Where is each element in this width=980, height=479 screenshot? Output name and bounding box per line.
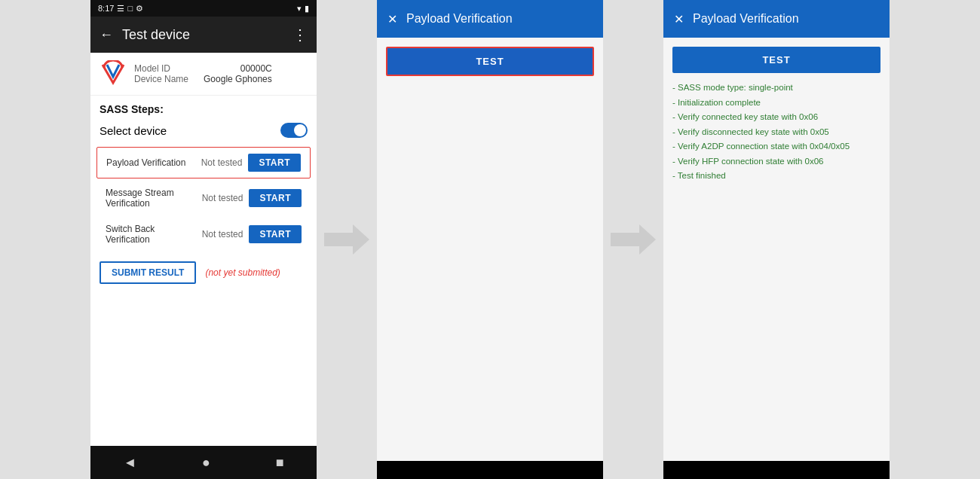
back-icon[interactable]: ← xyxy=(100,27,113,43)
dialog-body-1: TEST xyxy=(377,38,603,461)
battery-icon: ▮ xyxy=(305,4,309,14)
result-line-2: - Initialization complete xyxy=(672,96,880,111)
test-button-plain-2[interactable]: TEST xyxy=(672,47,880,73)
arrow-1 xyxy=(317,0,377,479)
model-id-value: 00000C xyxy=(240,63,272,74)
test-status-message: Not tested xyxy=(202,193,243,203)
arrow-2 xyxy=(603,0,663,479)
test-name-message: Message Stream Verification xyxy=(106,188,196,209)
start-button-switch[interactable]: START xyxy=(249,225,302,243)
dialog-screen-2: ✕ Payload Verification TEST - SASS mode … xyxy=(663,0,890,479)
sim-icon: ☰ xyxy=(117,4,124,14)
test-name-switch: Switch Back Verification xyxy=(106,224,196,245)
device-name-value: Google Gphones xyxy=(204,74,272,84)
model-id-row: Model ID 00000C xyxy=(134,63,272,74)
payload-verification-row: Payload Verification Not tested START xyxy=(96,147,311,178)
dialog-bottom-bar-1 xyxy=(377,461,603,479)
select-device-row: Select device xyxy=(90,118,317,145)
test-results: - SASS mode type: single-point - Initial… xyxy=(672,81,880,184)
wifi-icon: ▾ xyxy=(297,4,302,14)
dialog-close-icon-1[interactable]: ✕ xyxy=(387,12,397,26)
notification-icon: □ xyxy=(127,4,133,13)
dialog-body-2: TEST - SASS mode type: single-point - In… xyxy=(663,38,890,461)
arrow-shape-2 xyxy=(611,224,656,255)
device-name-row: Device Name Google Gphones xyxy=(134,74,272,84)
switch-back-row: Switch Back Verification Not tested STAR… xyxy=(96,218,311,251)
sass-steps-label: SASS Steps: xyxy=(90,96,317,118)
status-time: 8:17 xyxy=(98,4,114,13)
phone-screen: 8:17 ☰ □ ⚙ ▾ ▮ ← Test device ⋮ xyxy=(90,0,317,479)
menu-icon[interactable]: ⋮ xyxy=(292,26,308,44)
select-device-label: Select device xyxy=(100,124,167,137)
submit-status: (not yet submitted) xyxy=(205,267,280,278)
arrow-body-2 xyxy=(611,233,642,246)
dialog-screen-1: ✕ Payload Verification TEST xyxy=(377,0,603,479)
message-stream-row: Message Stream Verification Not tested S… xyxy=(96,182,311,215)
device-name-label: Device Name xyxy=(134,74,188,84)
result-line-3: - Verify connected key state with 0x06 xyxy=(672,110,880,125)
device-details: Model ID 00000C Device Name Google Gphon… xyxy=(134,63,272,84)
dialog-header-1: ✕ Payload Verification xyxy=(377,0,603,38)
dialog-bottom-bar-2 xyxy=(663,461,890,479)
dialog-title-2: Payload Verification xyxy=(693,12,799,26)
model-id-label: Model ID xyxy=(134,63,170,74)
recent-nav-icon[interactable]: ■ xyxy=(276,455,284,471)
result-line-1: - SASS mode type: single-point xyxy=(672,81,880,96)
start-button-message[interactable]: START xyxy=(249,189,302,207)
test-button-outlined-1[interactable]: TEST xyxy=(386,47,594,76)
phone-app-screen: ← Test device ⋮ Model ID 00000C Device N… xyxy=(90,17,317,446)
result-line-6: - Verify HFP connection state with 0x06 xyxy=(672,154,880,169)
submit-result-button[interactable]: SUBMIT RESULT xyxy=(100,261,196,284)
status-bar: 8:17 ☰ □ ⚙ ▾ ▮ xyxy=(90,0,317,17)
settings-icon: ⚙ xyxy=(136,4,143,14)
status-bar-left: 8:17 ☰ □ ⚙ xyxy=(98,4,143,14)
device-logo xyxy=(100,60,127,87)
dialog-header-2: ✕ Payload Verification xyxy=(663,0,890,38)
arrow-head-2 xyxy=(639,224,656,255)
back-nav-icon[interactable]: ◄ xyxy=(123,455,136,471)
result-line-5: - Verify A2DP connection state with 0x04… xyxy=(672,139,880,154)
select-device-toggle[interactable] xyxy=(280,123,308,138)
home-nav-icon[interactable]: ● xyxy=(202,455,210,471)
arrow-body-1 xyxy=(324,233,356,246)
phone-nav-bar: ◄ ● ■ xyxy=(90,446,317,479)
result-line-4: - Verify disconnected key state with 0x0… xyxy=(672,125,880,140)
arrow-head-1 xyxy=(353,224,369,255)
test-status-payload: Not tested xyxy=(201,157,243,168)
app-bar: ← Test device ⋮ xyxy=(90,17,317,53)
start-button-payload[interactable]: START xyxy=(248,154,301,172)
test-status-switch: Not tested xyxy=(202,229,243,240)
app-bar-title: Test device xyxy=(122,27,292,43)
arrow-shape-1 xyxy=(324,224,369,255)
status-bar-right: ▾ ▮ xyxy=(297,4,309,14)
test-name-payload: Payload Verification xyxy=(106,157,195,168)
result-line-7: - Test finished xyxy=(672,169,880,184)
dialog-title-1: Payload Verification xyxy=(406,12,513,26)
submit-row: SUBMIT RESULT (not yet submitted) xyxy=(90,252,317,293)
dialog-close-icon-2[interactable]: ✕ xyxy=(674,12,684,26)
device-info: Model ID 00000C Device Name Google Gphon… xyxy=(90,53,317,96)
